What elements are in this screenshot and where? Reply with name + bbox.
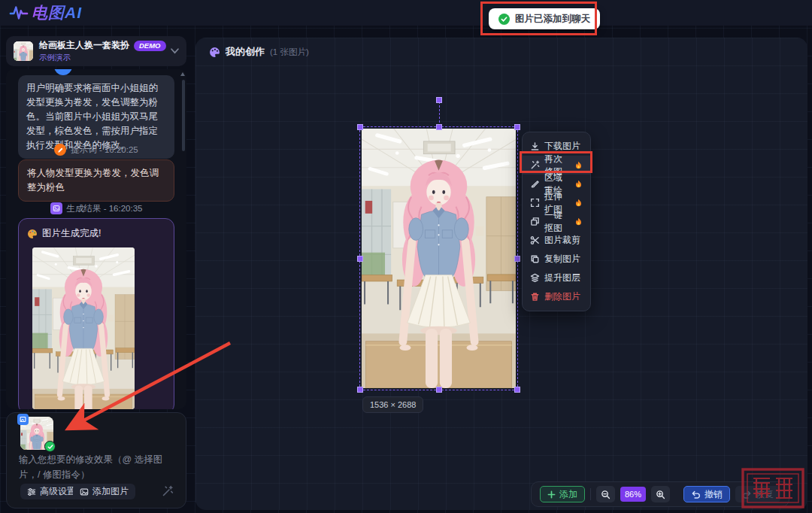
resize-handle-sw[interactable] — [357, 387, 363, 393]
resize-handle-e[interactable] — [514, 256, 520, 262]
waveform-logo-icon — [9, 3, 29, 23]
chat-history-panel[interactable]: 用户明确要求将画面中小姐姐的发型更换为卷发，发色调整为粉色。当前图片中小姐姐为双… — [6, 69, 186, 409]
result-meta-row: 生成结果 - 16:20:35 — [6, 202, 186, 214]
image-icon — [80, 487, 89, 496]
result-image[interactable] — [32, 247, 135, 409]
plus-icon — [547, 490, 556, 499]
zoom-out-icon — [601, 490, 611, 499]
session-header[interactable]: 给画板主人换一套装扮 DEMO 示例演示 — [6, 36, 186, 66]
toolbar-divider — [590, 488, 591, 500]
menu-item-copy[interactable]: 复制图片 — [523, 250, 590, 269]
magic-wand-icon — [530, 160, 540, 170]
chevron-down-icon[interactable] — [171, 48, 179, 54]
scissors-icon — [530, 235, 540, 245]
zoom-in-icon — [656, 490, 665, 499]
brush-icon — [530, 179, 540, 189]
composer: 高级设置 添加图片 — [6, 412, 186, 508]
success-check-icon — [498, 14, 510, 25]
trash-icon — [530, 292, 540, 302]
chat-scrollbar[interactable] — [182, 80, 185, 151]
top-bar: 电图AI — [0, 0, 812, 26]
add-image-button[interactable]: 添加图片 — [73, 484, 135, 499]
menu-item-delete[interactable]: 删除图片 — [523, 287, 590, 306]
resize-handle-s[interactable] — [436, 387, 442, 393]
resize-handle-w[interactable] — [357, 256, 363, 262]
red-seal-watermark — [741, 468, 804, 508]
prompt-timestamp: 提示词 - 16:20:25 — [71, 144, 138, 156]
copy-icon — [530, 254, 540, 264]
image-result-icon — [50, 202, 62, 214]
fire-icon — [574, 199, 583, 208]
menu-item-crop[interactable]: 图片裁剪 — [523, 231, 590, 250]
resize-handle-nw[interactable] — [357, 124, 363, 130]
palette-icon — [209, 47, 220, 58]
image-context-menu: 下载图片 再次修图 区域重绘 拉伸扩图 一键抠图 — [522, 132, 591, 311]
fire-icon — [574, 180, 583, 189]
resize-handle-se[interactable] — [514, 387, 520, 393]
resize-handle-ne[interactable] — [514, 124, 520, 130]
toast-text: 图片已添加到聊天 — [515, 13, 590, 26]
download-icon — [530, 141, 540, 151]
selected-image[interactable]: 1536 × 2688 — [362, 129, 516, 388]
app-title: 电图AI — [32, 2, 82, 23]
generated-image[interactable] — [362, 129, 516, 388]
check-badge-icon — [44, 441, 56, 452]
user-prompt-message: 将人物发型更换为卷发，发色调整为粉色 — [18, 159, 174, 202]
demo-badge: DEMO — [134, 41, 166, 51]
assistant-avatar-icon — [54, 69, 72, 75]
rotation-stem — [439, 102, 440, 126]
sliders-icon — [27, 487, 36, 496]
add-button[interactable]: 添加 — [540, 486, 585, 502]
zoom-out-button[interactable] — [596, 486, 615, 502]
result-message: 图片生成完成! — [18, 218, 174, 409]
result-text: 图片生成完成! — [42, 226, 101, 241]
canvas-title: 我的创作 — [226, 45, 265, 59]
rotation-handle[interactable] — [436, 97, 442, 103]
canvas-panel[interactable]: 我的创作 (1 张图片) 1536 × 2688 下载图片 — [195, 38, 807, 510]
undo-icon — [691, 490, 701, 499]
image-type-badge-icon — [17, 414, 29, 425]
fire-icon — [574, 217, 583, 226]
menu-item-cutout[interactable]: 一键抠图 — [523, 212, 590, 231]
image-count: (1 张图片) — [270, 47, 309, 58]
app-root: 电图AI 我的创作 (1 张图片) 1536 × 268 — [0, 0, 812, 513]
menu-item-raise-layer[interactable]: 提升图层 — [523, 269, 590, 287]
image-size-badge: 1536 × 2688 — [362, 396, 423, 413]
magic-wand-icon — [162, 485, 174, 497]
result-timestamp: 生成结果 - 16:20:35 — [67, 203, 143, 214]
resize-handle-n[interactable] — [436, 124, 442, 130]
app-logo[interactable]: 电图AI — [9, 2, 82, 23]
undo-button[interactable]: 撤销 — [683, 486, 730, 502]
fire-icon — [574, 161, 583, 170]
prompt-input[interactable] — [19, 452, 177, 484]
zoom-in-button[interactable] — [651, 486, 670, 502]
toast-notification: 图片已添加到聊天 — [489, 8, 600, 29]
generate-wand-button[interactable] — [162, 485, 174, 500]
session-subtitle: 示例演示 — [39, 53, 165, 63]
scroll-up-arrow[interactable] — [180, 72, 185, 76]
cutout-icon — [530, 217, 540, 226]
prompt-meta-row: 提示词 - 16:20:25 — [6, 144, 186, 156]
palette-emoji-icon — [27, 229, 38, 239]
pencil-icon — [54, 144, 66, 156]
canvas-header: 我的创作 (1 张图片) — [209, 45, 309, 59]
expand-icon — [530, 198, 540, 208]
session-avatar — [14, 41, 33, 61]
session-title: 给画板主人换一套装扮 — [39, 39, 129, 52]
layers-icon — [530, 273, 540, 283]
zoom-level-badge[interactable]: 86% — [620, 487, 646, 502]
